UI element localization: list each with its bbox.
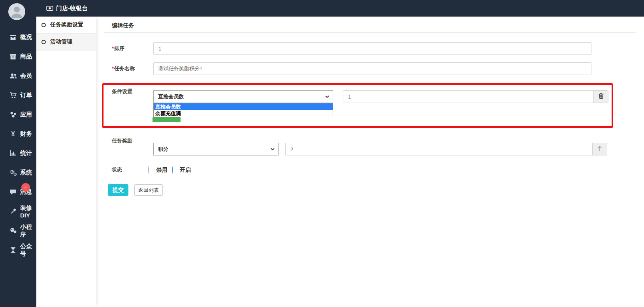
- sidebar-item-label: 公众号: [20, 243, 36, 258]
- header-divider: [104, 32, 636, 33]
- sidebar-item-stats[interactable]: 统计: [0, 144, 36, 163]
- messages-bubble-icon: [9, 188, 17, 196]
- stats-chart-icon: [9, 150, 17, 157]
- required-asterisk: *: [112, 45, 114, 51]
- submit-button[interactable]: 提交: [108, 184, 128, 196]
- page-title: 编辑任务: [112, 22, 134, 29]
- sidebar-item-overview[interactable]: 概况: [0, 28, 36, 47]
- required-asterisk: *: [112, 66, 114, 71]
- dropdown-option-balance-recharge[interactable]: 余额充值满: [154, 110, 333, 117]
- sidebar-item-members[interactable]: 会员: [0, 66, 36, 86]
- app-title-text: 门店-收银台: [56, 5, 88, 12]
- sidebar-item-miniprogram[interactable]: 小程序: [0, 221, 36, 240]
- finance-yen-icon: ¥: [9, 130, 17, 138]
- delete-condition-button[interactable]: [593, 90, 608, 103]
- sidebar-nav: 概况 商品 会员 订单 应用 ¥ 财务: [0, 28, 36, 260]
- reward-up-button[interactable]: [592, 143, 607, 155]
- back-to-list-button[interactable]: 返回列表: [134, 184, 163, 196]
- page: 门店-收银台 概况 商品 会员 订单: [0, 0, 644, 307]
- sidebar-item-messages[interactable]: 消息 ...: [0, 182, 36, 202]
- reward-type-select[interactable]: 积分: [153, 143, 279, 155]
- system-gears-icon: [9, 169, 17, 177]
- condition-label: 条件设置: [112, 85, 132, 98]
- sidebar-item-label: 会员: [20, 72, 32, 80]
- sidebar-item-decorate-diy[interactable]: 装修DIY: [0, 202, 36, 221]
- orders-cart-icon: [9, 92, 17, 99]
- submenu-item-task-reward-settings[interactable]: 任务奖励设置: [36, 17, 96, 33]
- reward-type-select-value: 积分: [158, 146, 168, 153]
- sidebar-item-system[interactable]: 系统: [0, 163, 36, 182]
- submenu-item-label: 任务奖励设置: [50, 21, 83, 28]
- sidebar-item-orders[interactable]: 订单: [0, 86, 36, 105]
- task-name-label: *任务名称: [112, 62, 135, 75]
- status-radio-disabled-label: 禁用: [156, 163, 168, 176]
- sidebar-item-label: 财务: [20, 130, 32, 138]
- reward-amount-input[interactable]: [285, 143, 592, 155]
- sidebar-item-label: 统计: [20, 150, 32, 157]
- status-radio-disabled[interactable]: [148, 166, 149, 174]
- sidebar-item-label: 装修DIY: [20, 204, 36, 219]
- sort-label: *排序: [112, 42, 124, 55]
- dropdown-option-direct-members[interactable]: 直推会员数: [154, 103, 333, 110]
- condition-type-select-value: 直推会员数: [158, 93, 184, 100]
- condition-amount-input[interactable]: [343, 90, 594, 103]
- sidebar-item-official-account[interactable]: 公众号: [0, 240, 36, 260]
- chevron-down-icon: [325, 94, 330, 100]
- sidebar-item-apps[interactable]: 应用: [0, 105, 36, 124]
- sidebar-item-label: 商品: [20, 53, 32, 60]
- sidebar-item-label: 应用: [20, 111, 32, 118]
- avatar[interactable]: [8, 3, 25, 20]
- topbar: [0, 0, 644, 17]
- members-users-icon: [9, 72, 17, 80]
- condition-type-select[interactable]: 直推会员数: [153, 90, 333, 103]
- submenu-panel: 任务奖励设置 活动管理: [36, 17, 96, 307]
- overview-box-icon: [9, 34, 17, 41]
- submenu-item-label: 活动管理: [50, 38, 72, 45]
- status-radio-enabled-label: 开启: [180, 163, 191, 176]
- sidebar: 概况 商品 会员 订单 应用 ¥ 财务: [0, 0, 36, 307]
- condition-type-dropdown: 直推会员数 余额充值满: [153, 103, 333, 117]
- sidebar-item-goods[interactable]: 商品: [0, 47, 36, 66]
- circle-icon: [41, 40, 46, 44]
- trash-icon: [598, 93, 604, 101]
- add-condition-button-partial[interactable]: [153, 117, 181, 122]
- apps-cluster-icon: [9, 111, 17, 119]
- arrow-up-icon: [597, 145, 603, 153]
- goods-box-icon: [9, 53, 17, 61]
- task-name-input[interactable]: [153, 62, 591, 75]
- status-label: 状态: [112, 163, 122, 176]
- sort-input[interactable]: [153, 42, 591, 55]
- sidebar-item-label: 概况: [20, 34, 32, 41]
- miniprogram-wechat-icon: [9, 227, 17, 235]
- money-icon: [46, 5, 53, 12]
- submenu-item-activity-management[interactable]: 活动管理: [36, 33, 96, 51]
- messages-badge: ...: [21, 183, 30, 192]
- sidebar-item-label: 小程序: [20, 223, 36, 238]
- sidebar-item-label: 系统: [20, 169, 32, 176]
- circle-icon: [41, 23, 46, 27]
- sidebar-item-finance[interactable]: ¥ 财务: [0, 124, 36, 144]
- official-account-hourglass-icon: [9, 246, 17, 254]
- sidebar-item-label: 订单: [20, 92, 32, 99]
- app-title: 门店-收银台: [46, 0, 88, 17]
- chevron-down-icon: [270, 147, 275, 153]
- status-radio-enabled[interactable]: [172, 166, 173, 174]
- decorate-hammer-icon: [9, 208, 17, 215]
- reward-label: 任务奖励: [112, 135, 132, 147]
